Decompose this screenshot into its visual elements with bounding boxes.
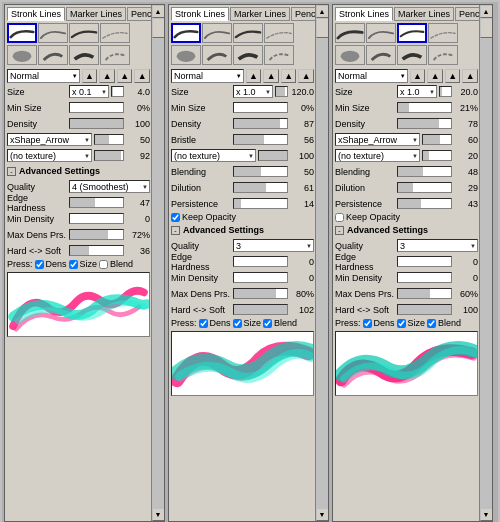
blend-btn-d-1[interactable]: ▲ xyxy=(134,69,150,83)
brush-potato-2[interactable] xyxy=(171,45,201,65)
brush-probrus-1[interactable] xyxy=(69,45,99,65)
max-dens-slider-2[interactable] xyxy=(233,288,288,299)
scroll-up-btn-2[interactable]: ▲ xyxy=(316,5,329,18)
brush-prowat-1[interactable] xyxy=(38,45,68,65)
blending-slider-2[interactable] xyxy=(233,166,288,177)
blend-btn-b-3[interactable]: ▲ xyxy=(427,69,443,83)
edge-hardness-slider-3[interactable] xyxy=(397,256,452,267)
density-slider-2[interactable] xyxy=(233,118,288,129)
brush-probrus-3[interactable] xyxy=(397,45,427,65)
brush-tryout-3[interactable] xyxy=(428,45,458,65)
tab-stronk-lines-1[interactable]: Stronk Lines xyxy=(7,7,65,21)
scroll-up-btn-3[interactable]: ▲ xyxy=(480,5,493,18)
brush-blur-1[interactable] xyxy=(100,23,130,43)
brush-blur-3[interactable] xyxy=(428,23,458,43)
max-dens-slider-3[interactable] xyxy=(397,288,452,299)
xshape-slider-3[interactable] xyxy=(422,134,452,145)
blend-mode-dropdown-2[interactable]: Normal xyxy=(171,69,244,83)
texture-slider-3[interactable] xyxy=(422,150,452,161)
scroll-thumb-3[interactable] xyxy=(480,18,493,38)
quality-dropdown-1[interactable]: 4 (Smoothest) xyxy=(69,180,150,193)
brush-acrylic-3[interactable] xyxy=(397,23,427,43)
xshape-slider-1[interactable] xyxy=(94,134,124,145)
brush-water-1[interactable] xyxy=(38,23,68,43)
tab-marker-3[interactable]: Marker Lines xyxy=(394,7,454,21)
quality-dropdown-3[interactable]: 3 xyxy=(397,239,478,252)
blend-btn-a-2[interactable]: ▲ xyxy=(246,69,262,83)
brush-pen-flat-2[interactable] xyxy=(171,23,201,43)
scroll-down-btn-3[interactable]: ▼ xyxy=(480,508,493,521)
blending-slider-3[interactable] xyxy=(397,166,452,177)
blend-btn-a-1[interactable]: ▲ xyxy=(82,69,98,83)
scroll-thumb-2[interactable] xyxy=(316,18,329,38)
brush-prowat-3[interactable] xyxy=(366,45,396,65)
advanced-toggle-1[interactable]: - xyxy=(7,167,16,176)
min-size-slider-3[interactable] xyxy=(397,102,452,113)
blend-btn-d-2[interactable]: ▲ xyxy=(298,69,314,83)
edge-hardness-slider-2[interactable] xyxy=(233,256,288,267)
blend-mode-dropdown-1[interactable]: Normal xyxy=(7,69,80,83)
blend-mode-dropdown-3[interactable]: Normal xyxy=(335,69,408,83)
blend-btn-b-2[interactable]: ▲ xyxy=(263,69,279,83)
texture-slider-1[interactable] xyxy=(94,150,124,161)
keep-opacity-cb-3[interactable] xyxy=(335,213,344,222)
dilution-slider-2[interactable] xyxy=(233,182,288,193)
size-mult-2[interactable]: x 1.0 xyxy=(233,85,273,98)
scrollbar-1[interactable]: ▲ ▼ xyxy=(151,5,164,521)
texture-slider-2[interactable] xyxy=(258,150,288,161)
size-slider-1[interactable] xyxy=(111,86,124,97)
max-dens-slider-1[interactable] xyxy=(69,229,124,240)
press-blend-cb-1[interactable] xyxy=(99,260,108,269)
edge-hardness-slider-1[interactable] xyxy=(69,197,124,208)
texture-dropdown-2[interactable]: (no texture) xyxy=(171,149,256,162)
advanced-toggle-3[interactable]: - xyxy=(335,226,344,235)
min-density-slider-3[interactable] xyxy=(397,272,452,283)
tab-marker-1[interactable]: Marker Lines xyxy=(66,7,126,21)
brush-potato-1[interactable] xyxy=(7,45,37,65)
blend-btn-c-2[interactable]: ▲ xyxy=(281,69,297,83)
size-mult-3[interactable]: x 1.0 xyxy=(397,85,437,98)
brush-probrus-2[interactable] xyxy=(233,45,263,65)
xshape-dropdown-3[interactable]: xShape_Arrow xyxy=(335,133,420,146)
press-dens-cb-3[interactable] xyxy=(363,319,372,328)
advanced-toggle-2[interactable]: - xyxy=(171,226,180,235)
blend-btn-c-3[interactable]: ▲ xyxy=(445,69,461,83)
density-slider-3[interactable] xyxy=(397,118,452,129)
blend-btn-a-3[interactable]: ▲ xyxy=(410,69,426,83)
brush-pen-flat-1[interactable] xyxy=(7,23,37,43)
press-size-cb-1[interactable] xyxy=(69,260,78,269)
press-dens-cb-1[interactable] xyxy=(35,260,44,269)
brush-blur-2[interactable] xyxy=(264,23,294,43)
hard-soft-slider-1[interactable] xyxy=(69,245,124,256)
min-density-slider-1[interactable] xyxy=(69,213,124,224)
brush-tryout-1[interactable] xyxy=(100,45,130,65)
tab-stronk-2[interactable]: Stronk Lines xyxy=(171,7,229,21)
density-slider-1[interactable] xyxy=(69,118,124,129)
bristle-slider-2[interactable] xyxy=(233,134,288,145)
press-dens-cb-2[interactable] xyxy=(199,319,208,328)
hard-soft-slider-3[interactable] xyxy=(397,304,452,315)
blend-btn-d-3[interactable]: ▲ xyxy=(462,69,478,83)
scrollbar-3[interactable]: ▲ ▼ xyxy=(479,5,492,521)
press-size-cb-2[interactable] xyxy=(233,319,242,328)
min-size-slider-2[interactable] xyxy=(233,102,288,113)
brush-tryout-2[interactable] xyxy=(264,45,294,65)
press-blend-cb-3[interactable] xyxy=(427,319,436,328)
brush-water-3[interactable] xyxy=(366,23,396,43)
tab-stronk-3[interactable]: Stronk Lines xyxy=(335,7,393,21)
quality-dropdown-2[interactable]: 3 xyxy=(233,239,314,252)
size-mult-1[interactable]: x 0.1 xyxy=(69,85,109,98)
press-blend-cb-2[interactable] xyxy=(263,319,272,328)
persistence-slider-2[interactable] xyxy=(233,198,288,209)
press-size-cb-3[interactable] xyxy=(397,319,406,328)
scroll-down-btn[interactable]: ▼ xyxy=(152,508,165,521)
size-slider-3[interactable] xyxy=(439,86,452,97)
scroll-down-btn-2[interactable]: ▼ xyxy=(316,508,329,521)
brush-acrylic-2[interactable] xyxy=(233,23,263,43)
brush-pen-flat-3[interactable] xyxy=(335,23,365,43)
size-slider-2[interactable] xyxy=(275,86,288,97)
scroll-thumb[interactable] xyxy=(152,18,165,38)
tab-marker-2[interactable]: Marker Lines xyxy=(230,7,290,21)
min-size-slider-1[interactable] xyxy=(69,102,124,113)
persistence-slider-3[interactable] xyxy=(397,198,452,209)
